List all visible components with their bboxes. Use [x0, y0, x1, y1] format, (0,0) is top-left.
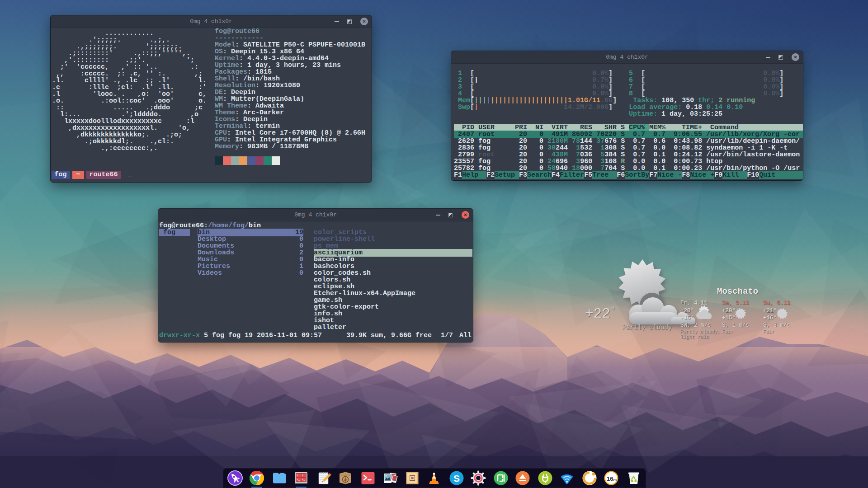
svg-text:S: S [453, 473, 460, 483]
svg-text:23: 23 [613, 478, 617, 482]
svg-text:16: 16 [607, 475, 613, 482]
